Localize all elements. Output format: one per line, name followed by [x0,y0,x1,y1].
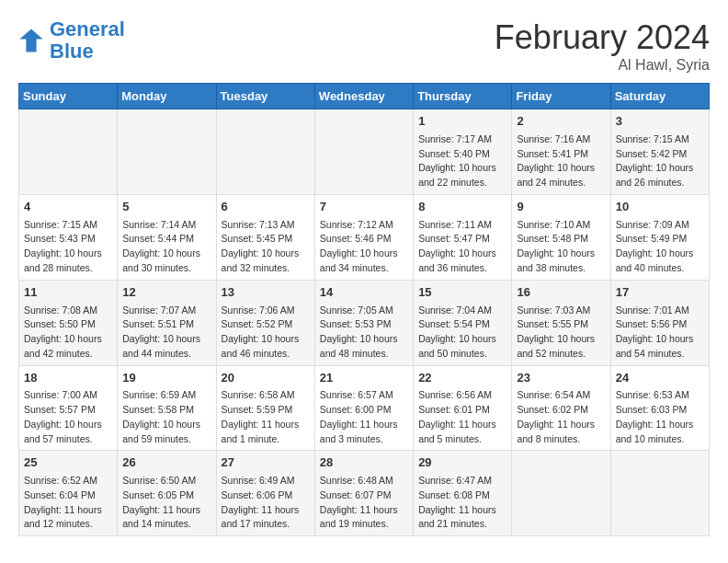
day-info: Sunrise: 7:12 AM Sunset: 5:46 PM Dayligh… [320,218,408,276]
day-number: 15 [418,284,506,302]
logo: General Blue [18,18,125,63]
day-number: 22 [418,370,506,387]
weekday-header-friday: Friday [512,84,610,109]
calendar-cell: 18Sunrise: 7:00 AM Sunset: 5:57 PM Dayli… [19,365,118,451]
day-number: 26 [122,454,210,472]
day-info: Sunrise: 7:07 AM Sunset: 5:51 PM Dayligh… [122,304,210,362]
page-header: General Blue February 2024 Al Hawl, Syri… [18,18,710,74]
calendar-cell [118,109,216,195]
calendar-cell: 1Sunrise: 7:17 AM Sunset: 5:40 PM Daylig… [414,109,512,195]
day-number: 23 [517,370,605,387]
calendar-cell [610,451,709,536]
day-info: Sunrise: 6:50 AM Sunset: 6:05 PM Dayligh… [122,474,210,532]
day-info: Sunrise: 6:52 AM Sunset: 6:04 PM Dayligh… [24,474,112,532]
sub-title: Al Hawl, Syria [495,57,710,74]
calendar-cell [19,109,118,195]
weekday-header-saturday: Saturday [610,84,709,109]
day-number: 7 [320,199,408,216]
calendar-cell [216,109,314,195]
day-number: 9 [517,199,605,216]
weekday-header-monday: Monday [118,84,216,109]
day-info: Sunrise: 7:14 AM Sunset: 5:44 PM Dayligh… [122,218,210,276]
calendar-cell: 3Sunrise: 7:15 AM Sunset: 5:42 PM Daylig… [610,109,709,195]
day-info: Sunrise: 7:10 AM Sunset: 5:48 PM Dayligh… [517,218,605,276]
calendar-cell: 9Sunrise: 7:10 AM Sunset: 5:48 PM Daylig… [512,194,610,280]
calendar-cell: 2Sunrise: 7:16 AM Sunset: 5:41 PM Daylig… [512,109,610,195]
day-info: Sunrise: 6:47 AM Sunset: 6:08 PM Dayligh… [418,474,506,532]
calendar-week-row: 1Sunrise: 7:17 AM Sunset: 5:40 PM Daylig… [19,109,710,195]
day-info: Sunrise: 7:15 AM Sunset: 5:43 PM Dayligh… [24,218,112,276]
day-info: Sunrise: 6:48 AM Sunset: 6:07 PM Dayligh… [320,474,408,532]
day-info: Sunrise: 7:15 AM Sunset: 5:42 PM Dayligh… [616,132,704,190]
day-number: 20 [222,370,310,387]
calendar-cell: 11Sunrise: 7:08 AM Sunset: 5:50 PM Dayli… [19,280,118,365]
day-number: 14 [320,284,408,302]
day-info: Sunrise: 6:56 AM Sunset: 6:01 PM Dayligh… [418,388,506,446]
day-number: 11 [24,284,112,302]
svg-marker-0 [19,29,42,52]
main-title: February 2024 [495,18,710,57]
day-number: 12 [122,284,210,302]
day-info: Sunrise: 7:13 AM Sunset: 5:45 PM Dayligh… [222,218,310,276]
calendar-week-row: 25Sunrise: 6:52 AM Sunset: 6:04 PM Dayli… [19,451,710,536]
day-number: 19 [122,370,210,387]
day-number: 2 [517,113,605,131]
calendar-cell: 8Sunrise: 7:11 AM Sunset: 5:47 PM Daylig… [414,194,512,280]
day-number: 13 [222,284,310,302]
day-number: 16 [517,284,605,302]
day-info: Sunrise: 7:06 AM Sunset: 5:52 PM Dayligh… [222,304,310,362]
day-number: 3 [616,113,704,131]
day-number: 1 [418,113,506,131]
calendar-cell: 27Sunrise: 6:49 AM Sunset: 6:06 PM Dayli… [216,451,314,536]
calendar-cell: 12Sunrise: 7:07 AM Sunset: 5:51 PM Dayli… [118,280,216,365]
day-info: Sunrise: 6:57 AM Sunset: 6:00 PM Dayligh… [320,388,408,446]
calendar-cell: 25Sunrise: 6:52 AM Sunset: 6:04 PM Dayli… [19,451,118,536]
calendar-table: SundayMondayTuesdayWednesdayThursdayFrid… [18,83,710,536]
calendar-cell: 28Sunrise: 6:48 AM Sunset: 6:07 PM Dayli… [314,451,413,536]
day-info: Sunrise: 7:08 AM Sunset: 5:50 PM Dayligh… [24,304,112,362]
calendar-week-row: 11Sunrise: 7:08 AM Sunset: 5:50 PM Dayli… [19,280,710,365]
calendar-cell: 6Sunrise: 7:13 AM Sunset: 5:45 PM Daylig… [216,194,314,280]
day-number: 25 [24,454,112,472]
logo-text: General Blue [50,18,125,63]
day-number: 29 [418,454,506,472]
weekday-header-sunday: Sunday [19,84,118,109]
weekday-header-tuesday: Tuesday [216,84,314,109]
calendar-cell: 4Sunrise: 7:15 AM Sunset: 5:43 PM Daylig… [19,194,118,280]
calendar-cell: 14Sunrise: 7:05 AM Sunset: 5:53 PM Dayli… [314,280,413,365]
calendar-cell: 15Sunrise: 7:04 AM Sunset: 5:54 PM Dayli… [414,280,512,365]
day-number: 28 [320,454,408,472]
day-info: Sunrise: 7:01 AM Sunset: 5:56 PM Dayligh… [616,304,704,362]
day-info: Sunrise: 7:17 AM Sunset: 5:40 PM Dayligh… [418,132,506,190]
day-number: 27 [222,454,310,472]
calendar-cell: 22Sunrise: 6:56 AM Sunset: 6:01 PM Dayli… [414,365,512,451]
calendar-cell: 20Sunrise: 6:58 AM Sunset: 5:59 PM Dayli… [216,365,314,451]
calendar-cell: 24Sunrise: 6:53 AM Sunset: 6:03 PM Dayli… [610,365,709,451]
day-number: 6 [222,199,310,216]
calendar-cell: 5Sunrise: 7:14 AM Sunset: 5:44 PM Daylig… [118,194,216,280]
calendar-cell: 19Sunrise: 6:59 AM Sunset: 5:58 PM Dayli… [118,365,216,451]
day-info: Sunrise: 7:04 AM Sunset: 5:54 PM Dayligh… [418,304,506,362]
day-number: 8 [418,199,506,216]
calendar-cell: 17Sunrise: 7:01 AM Sunset: 5:56 PM Dayli… [610,280,709,365]
day-number: 21 [320,370,408,387]
day-number: 24 [616,370,704,387]
day-info: Sunrise: 6:49 AM Sunset: 6:06 PM Dayligh… [222,474,310,532]
day-number: 4 [24,199,112,216]
day-info: Sunrise: 7:16 AM Sunset: 5:41 PM Dayligh… [517,132,605,190]
calendar-cell: 7Sunrise: 7:12 AM Sunset: 5:46 PM Daylig… [314,194,413,280]
day-info: Sunrise: 7:09 AM Sunset: 5:49 PM Dayligh… [616,218,704,276]
calendar-cell: 26Sunrise: 6:50 AM Sunset: 6:05 PM Dayli… [118,451,216,536]
logo-icon [18,28,44,53]
calendar-cell: 16Sunrise: 7:03 AM Sunset: 5:55 PM Dayli… [512,280,610,365]
calendar-cell: 23Sunrise: 6:54 AM Sunset: 6:02 PM Dayli… [512,365,610,451]
day-number: 18 [24,370,112,387]
calendar-week-row: 18Sunrise: 7:00 AM Sunset: 5:57 PM Dayli… [19,365,710,451]
day-info: Sunrise: 7:00 AM Sunset: 5:57 PM Dayligh… [24,388,112,446]
calendar-week-row: 4Sunrise: 7:15 AM Sunset: 5:43 PM Daylig… [19,194,710,280]
calendar-cell: 13Sunrise: 7:06 AM Sunset: 5:52 PM Dayli… [216,280,314,365]
day-info: Sunrise: 6:59 AM Sunset: 5:58 PM Dayligh… [122,388,210,446]
day-info: Sunrise: 7:05 AM Sunset: 5:53 PM Dayligh… [320,304,408,362]
calendar-cell: 21Sunrise: 6:57 AM Sunset: 6:00 PM Dayli… [314,365,413,451]
calendar-cell: 10Sunrise: 7:09 AM Sunset: 5:49 PM Dayli… [610,194,709,280]
